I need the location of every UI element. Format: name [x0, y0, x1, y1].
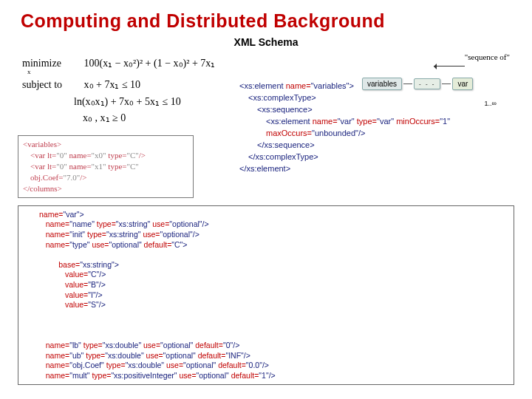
xml-close-columns: </columns> [23, 183, 188, 194]
xml-var-x1: <var lt="0" name="x1" type="C" obj.Coef=… [30, 161, 188, 183]
cardinality-label: 1..∞ [485, 100, 497, 107]
xsd-line: value="C"/> [39, 270, 508, 280]
xsd-line [39, 310, 508, 321]
xsd-line: name="var"> [39, 210, 508, 220]
sequence-of-label: "sequence of" [465, 52, 510, 61]
xsd-line [39, 330, 508, 341]
diagram-chip-sequence: - - - [414, 78, 440, 89]
xsd-line: name="name" type="xs:string" use="option… [39, 219, 508, 230]
page-subtitle: XML Schema [18, 36, 514, 48]
xsd-line: base="xs:string"> [39, 260, 508, 270]
xml-open-variables: <variables> [23, 139, 188, 150]
xsd-line: value="I"/> [39, 290, 508, 301]
connector-icon [442, 83, 451, 84]
xsd-line: name="ub" type="xs:double" use="optional… [39, 351, 508, 361]
constraint-1: x₀ + 7x₁ ≤ 10 [84, 79, 141, 90]
xsd-line: value="B"/> [39, 280, 508, 290]
xsd-line: name="obj.Coef" type="xs:double" use="op… [39, 361, 508, 371]
page-title: Computing and Distributed Background [21, 10, 514, 32]
subject-to-label: subject to [22, 77, 81, 93]
left-column: minimizex 100(x₁ − x₀²)² + (1 − x₀)² + 7… [18, 54, 239, 198]
objective-expr: 100(x₁ − x₀²)² + (1 − x₀)² + 7x₁ [84, 58, 216, 69]
diagram-chip-var: var [452, 78, 473, 90]
xsd-line: name="lb" type="xs:double" use="optional… [39, 341, 508, 351]
math-equations: minimizex 100(x₁ − x₀²)² + (1 − x₀)² + 7… [18, 54, 239, 128]
xsd-line: value="S"/> [39, 300, 508, 310]
right-column: "sequence of" variables - - - var 1..∞ <… [239, 54, 514, 175]
minimize-label: minimizex [22, 55, 81, 72]
xml-variables-snippet: <variables> <var lt="0" name="x0" type="… [18, 135, 194, 197]
constraint-2: ln(x₀x₁) + 7x₀ + 5x₁ ≤ 10 [74, 94, 235, 110]
diagram-chip-variables: variables [362, 78, 402, 90]
connector-icon [403, 83, 412, 84]
xsd-line: name="mult" type="xs:positiveInteger" us… [39, 371, 508, 381]
constraint-3: x₀ , x₁ ≥ 0 [83, 110, 235, 126]
schema-outline: <xs:element name="variables"> <xs:comple… [239, 81, 514, 175]
xsd-line [39, 250, 508, 260]
content-row: minimizex 100(x₁ − x₀²)² + (1 − x₀)² + 7… [18, 54, 514, 198]
xsd-line: name="type" use="optional" default="C"> [39, 240, 508, 250]
xsd-line [39, 321, 508, 331]
complex-type-definition: name="var"> name="name" type="xs:string"… [18, 205, 514, 386]
xml-var-x0: <var lt="0" name="x0" type="C"/> [30, 150, 188, 161]
xsd-line: name="init" type="xs:string" use="option… [39, 230, 508, 240]
schema-diagram: "sequence of" variables - - - var 1..∞ [362, 55, 510, 90]
